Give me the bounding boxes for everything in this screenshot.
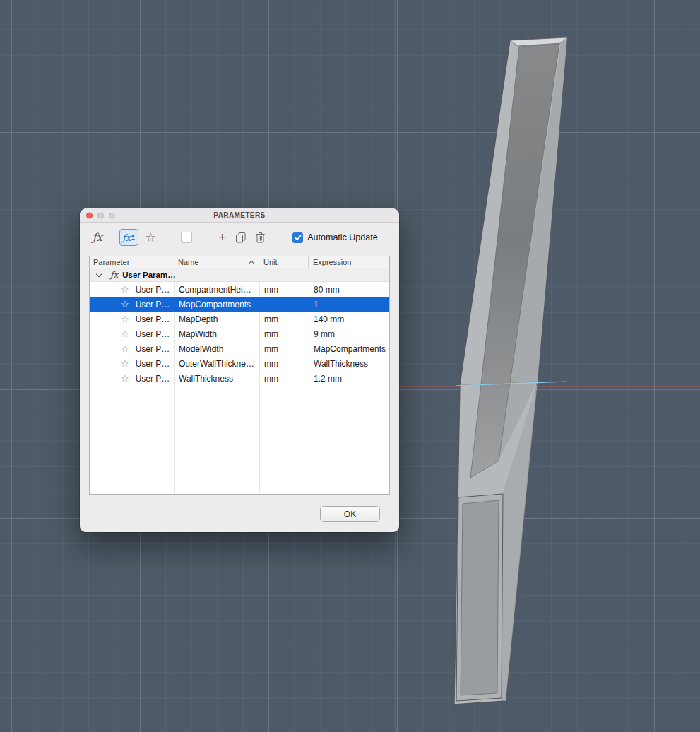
model-bottom-panel-inner (461, 500, 499, 695)
parameter-name: CompartmentHei… (174, 285, 259, 295)
copy-parameter-button[interactable] (235, 232, 247, 243)
parameter-name: WallThickness (174, 374, 259, 384)
sort-ascending-icon (249, 261, 254, 266)
parameter-name: ModelWidth (174, 344, 259, 354)
parameter-unit: mm (259, 329, 309, 339)
favorites-filter-icon[interactable]: ☆ (145, 230, 156, 245)
parameter-expression[interactable]: 9 mm (309, 329, 389, 339)
parameter-type: User P… (136, 359, 170, 369)
parameter-expression[interactable]: 1.2 mm (309, 374, 389, 384)
column-header-unit[interactable]: Unit (259, 256, 309, 268)
favorite-star-icon[interactable]: ☆ (121, 359, 129, 368)
table-row[interactable]: ☆User P… OuterWallThickne… mm WallThickn… (90, 356, 389, 371)
parameters-table: Parameter Name Unit Expression ƒx User P… (89, 256, 390, 495)
table-row[interactable]: ☆User P… MapWidth mm 9 mm (90, 326, 389, 341)
dialog-footer: OK (80, 495, 399, 532)
table-header: Parameter Name Unit Expression (90, 256, 389, 268)
model-map-case[interactable] (454, 37, 567, 704)
parameter-name: OuterWallThickne… (174, 359, 259, 369)
parameter-type: User P… (136, 329, 170, 339)
person-icon (131, 235, 136, 240)
parameter-unit: mm (259, 359, 309, 369)
favorite-star-icon[interactable]: ☆ (121, 329, 129, 338)
parameter-type: User P… (136, 374, 170, 384)
table-row-selected[interactable]: ☆User P… MapCompartments 1 (90, 297, 389, 312)
parameters-dialog: PARAMETERS ƒx ƒx ☆ + (80, 208, 399, 532)
parameter-type: User P… (136, 314, 170, 324)
delete-parameter-button[interactable] (256, 232, 265, 243)
parameter-expression[interactable]: 80 mm (309, 285, 389, 295)
parameter-type: User P… (136, 300, 170, 309)
favorite-star-icon[interactable]: ☆ (121, 314, 129, 324)
parameter-unit: mm (259, 314, 309, 324)
parameter-unit: mm (259, 374, 309, 384)
zoom-window-button[interactable] (109, 212, 115, 218)
user-parameters-toggle-active[interactable]: ƒx (119, 229, 138, 246)
check-icon (295, 235, 302, 241)
favorite-star-icon[interactable]: ☆ (121, 285, 129, 294)
table-row[interactable]: ☆User P… MapDepth mm 140 mm (90, 312, 389, 326)
parameter-name: MapDepth (174, 314, 259, 324)
minimize-window-button[interactable] (97, 212, 104, 218)
trash-icon (256, 232, 265, 243)
close-window-button[interactable] (86, 212, 93, 218)
traffic-lights (86, 212, 115, 218)
favorite-star-icon[interactable]: ☆ (121, 374, 129, 383)
dialog-toolbar: ƒx ƒx ☆ + (80, 223, 399, 252)
favorite-star-icon[interactable]: ☆ (121, 300, 129, 309)
favorite-star-icon[interactable]: ☆ (121, 344, 129, 353)
automatic-update-label: Automatic Update (307, 232, 377, 242)
column-header-expression[interactable]: Expression (309, 256, 389, 268)
parameter-expression[interactable]: 1 (309, 300, 389, 309)
parameter-expression[interactable]: WallThickness (309, 359, 389, 369)
parameter-name: MapCompartments (174, 300, 259, 309)
column-header-name[interactable]: Name (174, 256, 259, 268)
parameter-expression[interactable]: 140 mm (309, 314, 389, 324)
parameter-unit: mm (259, 285, 309, 295)
fx-icon: ƒx (110, 270, 118, 280)
parameter-expression[interactable]: MapCompartments (309, 344, 389, 354)
table-row[interactable]: ☆User P… ModelWidth mm MapCompartments (90, 341, 389, 356)
parameter-type: User P… (136, 285, 170, 295)
table-row[interactable]: ☆User P… WallThickness mm 1.2 mm (90, 371, 389, 386)
parameter-unit: mm (259, 344, 309, 354)
empty-filter-icon[interactable] (181, 232, 192, 243)
window-title: PARAMETERS (213, 211, 265, 219)
window-titlebar[interactable]: PARAMETERS (80, 208, 399, 223)
add-parameter-button[interactable]: + (218, 230, 226, 245)
table-row[interactable]: ☆User P… CompartmentHei… mm 80 mm (90, 282, 389, 297)
all-parameters-icon[interactable]: ƒx (93, 231, 102, 244)
chevron-down-icon[interactable] (96, 271, 102, 276)
group-label: User Param… (122, 271, 175, 279)
parameter-name: MapWidth (174, 329, 259, 339)
parameter-type: User P… (136, 344, 170, 354)
ok-button[interactable]: OK (320, 506, 380, 522)
user-parameters-group-row[interactable]: ƒx User Param… (90, 268, 389, 282)
column-header-parameter[interactable]: Parameter (90, 256, 174, 268)
automatic-update-checkbox[interactable] (292, 232, 303, 243)
copy-icon (235, 232, 247, 243)
